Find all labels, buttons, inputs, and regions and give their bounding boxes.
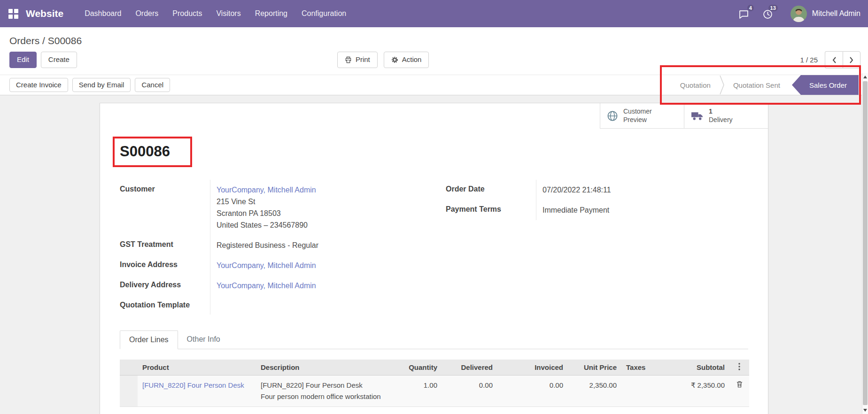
stage-separator-icon	[720, 75, 724, 95]
globe-icon	[607, 110, 618, 122]
tab-other-info[interactable]: Other Info	[178, 330, 229, 349]
delivery-count: 1	[709, 107, 758, 116]
control-panel: Edit Create Print Action 1 / 25	[0, 47, 868, 75]
gst-treatment-label: GST Treatment	[120, 235, 210, 255]
triangle-up-icon	[863, 76, 867, 78]
statusbar: Quotation Quotation Sent Sales Order	[671, 75, 859, 95]
order-lines-table: Product Description Quantity Delivered I…	[120, 360, 749, 407]
user-menu[interactable]: Mitchell Admin	[790, 6, 860, 22]
taxes-column-header: Taxes	[621, 360, 654, 376]
delivered-column-header: Delivered	[442, 360, 497, 376]
chevron-right-icon	[849, 56, 854, 64]
top-navbar: Website Dashboard Orders Products Visito…	[0, 0, 868, 27]
stage-quotation[interactable]: Quotation	[671, 75, 720, 95]
gst-treatment-value: Registered Business - Regular	[210, 235, 422, 255]
sheet-body: S00086 Customer YourCompany, Mitchell Ad…	[100, 129, 768, 414]
customer-link[interactable]: YourCompany, Mitchell Admin	[217, 186, 316, 194]
scroll-down-button[interactable]	[862, 407, 868, 414]
triangle-down-icon	[863, 409, 867, 412]
optional-columns-button[interactable]	[729, 360, 749, 376]
cancel-button[interactable]: Cancel	[135, 78, 170, 92]
invoiced-cell: 0.00	[508, 375, 568, 406]
nav-item-configuration[interactable]: Configuration	[294, 0, 353, 27]
payment-terms-value: Immediate Payment	[536, 200, 748, 220]
navbar-menu: Dashboard Orders Products Visitors Repor…	[78, 0, 353, 27]
customer-preview-button[interactable]: Customer Preview	[600, 103, 684, 129]
title-wrap: S00086	[120, 143, 170, 160]
trash-icon	[736, 381, 743, 388]
activities-icon[interactable]: 13	[759, 6, 778, 21]
quotation-template-label: Quotation Template	[120, 296, 210, 314]
breadcrumb-divider: /	[39, 35, 48, 46]
action-button[interactable]: Action	[384, 52, 429, 68]
order-date-label: Order Date	[446, 180, 536, 200]
chevron-left-icon	[832, 56, 837, 64]
stat-button-row: Customer Preview 1 Delivery	[100, 103, 768, 129]
create-invoice-button[interactable]: Create Invoice	[9, 78, 68, 92]
create-button[interactable]: Create	[41, 52, 77, 68]
field-payment-terms: Payment Terms Immediate Payment	[446, 200, 748, 220]
nav-item-orders[interactable]: Orders	[128, 0, 165, 27]
customer-label: Customer	[120, 180, 210, 235]
app-brand[interactable]: Website	[26, 8, 63, 19]
pager: 1 / 25	[800, 51, 860, 69]
field-customer: Customer YourCompany, Mitchell Admin 215…	[120, 180, 422, 235]
invoiced-column-header: Invoiced	[508, 360, 568, 376]
stage-quotation-sent[interactable]: Quotation Sent	[724, 75, 789, 95]
truck-icon	[691, 111, 704, 121]
messages-icon[interactable]: 4	[735, 6, 754, 21]
delivery-address-label: Delivery Address	[120, 276, 210, 296]
breadcrumb-orders[interactable]: Orders	[9, 35, 39, 46]
cp-left-buttons: Edit Create	[9, 52, 77, 68]
scrollbar-thumb[interactable]	[863, 81, 868, 405]
spacer-column-header	[497, 360, 508, 376]
product-column-header: Product	[138, 360, 256, 376]
description-line-2: Four person modern office workstation	[261, 391, 392, 402]
pager-next-button[interactable]	[843, 51, 860, 69]
pager-text: 1 / 25	[800, 56, 818, 64]
field-group-right: Order Date 07/20/2022 21:48:11 Payment T…	[446, 180, 748, 220]
action-strip: Create Invoice Send by Email Cancel Quot…	[0, 75, 868, 95]
send-by-email-button[interactable]: Send by Email	[72, 78, 131, 92]
stage-sales-order-active[interactable]: Sales Order	[792, 75, 859, 95]
taxes-cell	[621, 375, 654, 406]
apps-grid-icon[interactable]	[8, 9, 18, 19]
field-invoice-address: Invoice Address YourCompany, Mitchell Ad…	[120, 255, 422, 276]
product-link[interactable]: [FURN_8220] Four Person Desk	[142, 381, 244, 389]
print-button[interactable]: Print	[337, 52, 378, 68]
activities-badge: 13	[768, 5, 778, 11]
pager-previous-button[interactable]	[825, 51, 843, 69]
delivery-count-label: 1 Delivery	[709, 107, 758, 124]
pager-buttons	[825, 51, 860, 69]
delivery-button[interactable]: 1 Delivery	[684, 103, 768, 129]
delete-line-button[interactable]	[729, 375, 749, 406]
unit-price-column-header: Unit Price	[568, 360, 621, 376]
subtotal-cell: ₹ 2,350.00	[654, 375, 729, 406]
page: Website Dashboard Orders Products Visito…	[0, 0, 868, 414]
kebab-icon	[738, 363, 740, 370]
order-line-row[interactable]: [FURN_8220] Four Person Desk [FURN_8220]…	[120, 375, 749, 406]
vertical-scrollbar[interactable]	[862, 73, 868, 414]
nav-item-dashboard[interactable]: Dashboard	[78, 0, 128, 27]
nav-item-visitors[interactable]: Visitors	[209, 0, 248, 27]
nav-item-reporting[interactable]: Reporting	[248, 0, 294, 27]
content-area: Customer Preview 1 Delivery	[0, 95, 868, 414]
delivery-address-link[interactable]: YourCompany, Mitchell Admin	[217, 282, 316, 290]
description-cell: [FURN_8220] Four Person Desk Four person…	[256, 375, 397, 406]
invoice-address-link[interactable]: YourCompany, Mitchell Admin	[217, 261, 316, 269]
row-handle[interactable]	[120, 375, 138, 406]
edit-button[interactable]: Edit	[9, 52, 37, 68]
customer-address-line: United States – 234567890	[217, 219, 422, 231]
quantity-column-header: Quantity	[397, 360, 442, 376]
form-sheet: Customer Preview 1 Delivery	[100, 103, 768, 414]
tab-order-lines[interactable]: Order Lines	[120, 330, 178, 349]
field-order-date: Order Date 07/20/2022 21:48:11	[446, 180, 748, 200]
customer-preview-label: Customer Preview	[623, 107, 672, 124]
scroll-up-button[interactable]	[862, 74, 868, 80]
field-gst-treatment: GST Treatment Registered Business - Regu…	[120, 235, 422, 255]
cp-center-buttons: Print Action	[337, 52, 429, 68]
delivered-cell: 0.00	[442, 375, 497, 406]
nav-item-products[interactable]: Products	[165, 0, 209, 27]
systray: 4 13 Mitchell Admin	[735, 6, 860, 22]
quotation-template-value[interactable]	[210, 296, 422, 314]
